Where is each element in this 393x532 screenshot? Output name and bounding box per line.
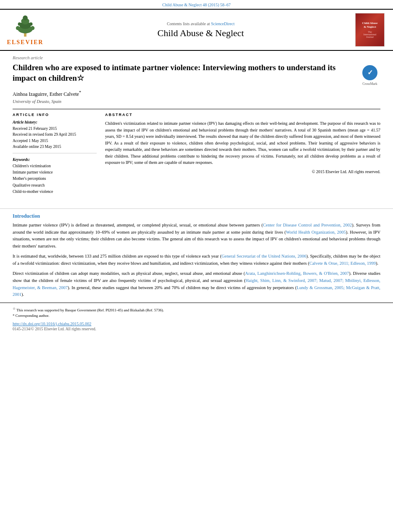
ref-calvete-2011[interactable]: Calvete & Orue, 2011; Edleson, 1999 — [309, 261, 376, 266]
abstract-text: Children's victimization related to inti… — [105, 120, 380, 166]
left-divider — [13, 153, 97, 153]
authors-line: Ainhoa Izaguirre, Esther Calvete* — [13, 90, 380, 97]
journal-ref-text: Child Abuse & Neglect 48 (2015) 58–67 — [162, 3, 231, 7]
received-date: Received 21 February 2015 — [13, 126, 97, 132]
introduction-heading: Introduction — [13, 213, 380, 219]
footnote-asterisk: * Corresponding author. — [13, 313, 380, 319]
elsevier-logo: ELSEVIER — [4, 14, 46, 46]
crossmark-icon: ✓ — [361, 64, 378, 81]
ref-who-2005[interactable]: World Health Organization, 2005 — [286, 230, 346, 234]
ref-lundy-2005[interactable]: Lundy & Grossman, 2005; McGuigan & Pratt… — [13, 285, 380, 297]
keyword-3: Mother's perceptions — [13, 176, 97, 182]
svg-point-7 — [18, 22, 21, 26]
keyword-1: Children's victimisation — [13, 163, 97, 169]
article-title-row: Children who are exposed to intimate par… — [13, 63, 380, 86]
contents-line: Contents lists available at ScienceDirec… — [55, 21, 347, 26]
ref-un-2006[interactable]: General Secretariat of the United Nation… — [222, 254, 306, 258]
svg-point-4 — [23, 16, 28, 21]
keyword-2: Intimate partner violence — [13, 169, 97, 176]
elsevier-tree-icon — [8, 14, 42, 38]
svg-point-5 — [16, 26, 20, 30]
ref-arata-2007[interactable]: Arata, Langhinrichsen-Rohling, Bowers, &… — [245, 271, 349, 276]
keywords-label: Keywords: — [13, 158, 97, 162]
article-title: Children who are exposed to intimate par… — [13, 63, 359, 83]
article-history-label: Article history: — [13, 120, 97, 124]
elsevier-brand-text: ELSEVIER — [7, 39, 44, 46]
svg-text:✓: ✓ — [367, 69, 373, 76]
copyright-line: © 2015 Elsevier Ltd. All rights reserved… — [105, 169, 380, 174]
abstract-heading: ABSTRACT — [105, 113, 380, 117]
article-info-column: ARTICLE INFO Article history: Received 2… — [13, 113, 97, 195]
intro-paragraph-1: Intimate partner violence (IPV) is defin… — [13, 222, 380, 250]
crossmark-text: CrossMark — [362, 82, 377, 86]
article-content-area: Research article Children who are expose… — [0, 51, 393, 204]
keyword-4: Qualitative research — [13, 182, 97, 189]
ref-cdc-2002[interactable]: Center for Disease Control and Preventio… — [263, 223, 352, 227]
footer-section: ☆ This research was supported by Basque … — [0, 303, 393, 334]
intro-paragraph-2: It is estimated that, worldwide, between… — [13, 253, 380, 267]
journal-cover-image: Child Abuse& Neglect TheInternationalJou… — [355, 13, 385, 47]
journal-title-area: Contents lists available at ScienceDirec… — [46, 21, 355, 39]
section-divider — [0, 208, 393, 209]
sciencedirect-link[interactable]: ScienceDirect — [211, 21, 235, 26]
intro-paragraph-3: Direct victimization of children can ado… — [13, 270, 380, 298]
footnote-star: ☆ This research was supported by Basque … — [13, 306, 380, 313]
journal-header: ELSEVIER Contents lists available at Sci… — [0, 9, 393, 51]
doi-link[interactable]: http://dx.doi.org/10.1016/j.chiabu.2015.… — [13, 321, 380, 326]
revised-date: Received in revised form 29 April 2015 — [13, 132, 97, 137]
affiliation: University of Deusto, Spain — [13, 99, 380, 104]
accepted-date: Accepted 1 May 2015 — [13, 138, 97, 144]
article-type-label: Research article — [13, 55, 380, 60]
article-info-heading: ARTICLE INFO — [13, 113, 97, 117]
svg-point-6 — [31, 26, 35, 30]
svg-point-8 — [29, 22, 33, 26]
keyword-5: Child-to-mother violence — [13, 189, 97, 195]
page: Child Abuse & Neglect 48 (2015) 58–67 EL… — [0, 0, 393, 532]
introduction-section: Introduction Intimate partner violence (… — [0, 213, 393, 298]
journal-main-title: Child Abuse & Neglect — [55, 28, 347, 39]
issn-line: 0145-2134/© 2015 Elsevier Ltd. All right… — [13, 327, 380, 331]
abstract-column: ABSTRACT Children's victimization relate… — [105, 113, 380, 195]
article-info-abstract-section: ARTICLE INFO Article history: Received 2… — [13, 109, 380, 195]
journal-reference-bar: Child Abuse & Neglect 48 (2015) 58–67 — [0, 0, 393, 9]
crossmark-logo[interactable]: ✓ CrossMark — [359, 64, 380, 86]
online-date: Available online 23 May 2015 — [13, 144, 97, 150]
